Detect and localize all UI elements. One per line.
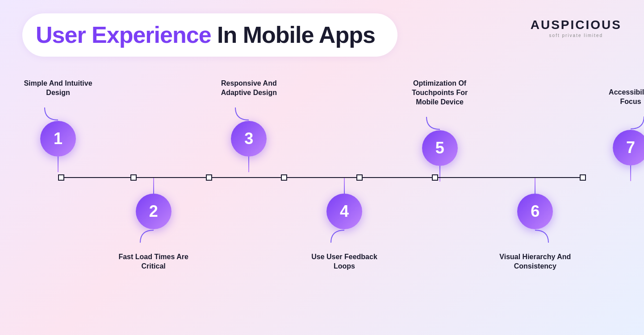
circle-3: 3 bbox=[231, 121, 267, 157]
above-item-5: Optimization Of Touchpoints For Mobile D… bbox=[400, 79, 480, 181]
square-marker-2 bbox=[130, 174, 137, 181]
above-item-7: Accessibility Focus 7 bbox=[609, 88, 644, 181]
page-container: User Experience In Mobile Apps AUSPICIOU… bbox=[0, 0, 644, 335]
circle-5: 5 bbox=[422, 130, 458, 166]
bracket-2 bbox=[136, 229, 171, 247]
below-item-6: 6 Visual Hierarchy And Consistency bbox=[495, 178, 575, 271]
bracket-1 bbox=[40, 103, 76, 121]
bracket-3 bbox=[231, 103, 267, 121]
connector-7 bbox=[630, 165, 631, 181]
below-item-2: 2 Fast Load Times Are Critical bbox=[113, 178, 194, 271]
label-5: Optimization Of Touchpoints For Mobile D… bbox=[400, 79, 480, 107]
circle-7: 7 bbox=[613, 130, 644, 165]
connector-4 bbox=[344, 178, 345, 194]
label-6: Visual Hierarchy And Consistency bbox=[495, 252, 575, 271]
circle-1: 1 bbox=[40, 121, 76, 157]
square-marker-3 bbox=[206, 174, 212, 181]
label-3: Responsive And Adaptive Design bbox=[209, 79, 289, 98]
connector-3 bbox=[248, 157, 249, 172]
circle-4: 4 bbox=[326, 194, 362, 229]
logo-sub: soft private limited bbox=[531, 33, 622, 38]
header: User Experience In Mobile Apps AUSPICIOU… bbox=[22, 13, 622, 57]
bracket-6 bbox=[517, 229, 553, 247]
connector-6 bbox=[535, 178, 535, 194]
title-box: User Experience In Mobile Apps bbox=[22, 13, 397, 57]
label-7: Accessibility Focus bbox=[609, 88, 644, 107]
bracket-7 bbox=[613, 112, 644, 130]
title-colored: User Experience bbox=[36, 22, 211, 48]
label-4: Use User Feedback Loops bbox=[304, 252, 385, 271]
timeline-line bbox=[58, 177, 586, 178]
circle-2: 2 bbox=[136, 194, 171, 229]
square-marker-1 bbox=[58, 174, 64, 181]
timeline-wrapper: Simple And Intuitive Design 1 Responsive… bbox=[22, 74, 622, 306]
square-marker-7 bbox=[580, 174, 586, 181]
square-marker-4 bbox=[281, 174, 287, 181]
below-item-4: 4 Use User Feedback Loops bbox=[304, 178, 385, 271]
bracket-4 bbox=[326, 229, 362, 247]
bracket-5 bbox=[422, 112, 458, 130]
square-marker-5 bbox=[356, 174, 363, 181]
connector-1 bbox=[58, 157, 59, 172]
circle-6: 6 bbox=[517, 194, 553, 229]
title-dark: In Mobile Apps bbox=[211, 22, 375, 48]
above-item-3: Responsive And Adaptive Design 3 bbox=[209, 79, 289, 172]
square-marker-6 bbox=[432, 174, 438, 181]
label-2: Fast Load Times Are Critical bbox=[113, 252, 194, 271]
above-item-1: Simple And Intuitive Design 1 bbox=[18, 79, 98, 172]
label-1: Simple And Intuitive Design bbox=[18, 79, 98, 98]
connector-2 bbox=[153, 178, 154, 194]
logo-area: AUSPICIOUS soft private limited bbox=[531, 13, 622, 38]
connector-5 bbox=[439, 166, 440, 182]
logo-name: AUSPICIOUS bbox=[531, 18, 622, 32]
